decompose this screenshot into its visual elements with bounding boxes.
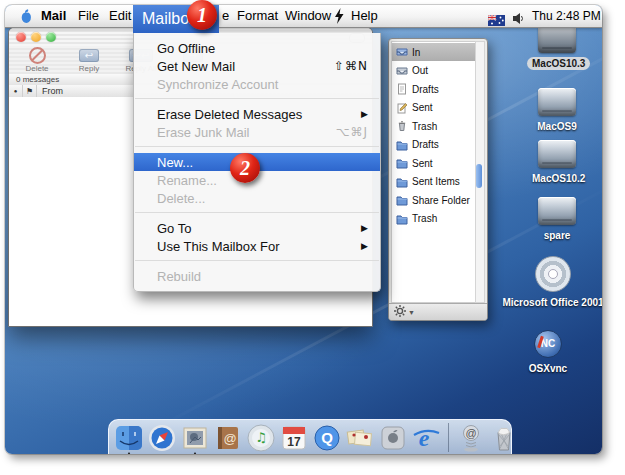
close-button[interactable] — [16, 32, 26, 42]
mailbox-row-out[interactable]: Out — [392, 62, 476, 80]
menu-item-help[interactable]: Help — [351, 5, 378, 27]
lightning-bolt-menu-icon[interactable] — [334, 8, 344, 30]
vnc-app-icon: NC — [534, 330, 562, 358]
mailbox-row-in[interactable]: In — [392, 43, 476, 61]
draft-icon — [396, 83, 408, 95]
svg-text:17: 17 — [287, 435, 301, 449]
mailbox-row-drafts[interactable]: Drafts — [392, 136, 476, 154]
menu-bar-clock[interactable]: Thu 2:48 PM — [532, 5, 601, 27]
mailbox-row-drafts[interactable]: Drafts — [392, 80, 476, 98]
menu-separator — [134, 141, 380, 153]
mailbox-row-sent[interactable]: Sent — [392, 99, 476, 117]
dock-mail-stamp-icon[interactable] — [180, 423, 210, 453]
menu-item-go-offline[interactable]: Go Offline — [134, 39, 380, 57]
mailbox-row-trash[interactable]: Trash — [392, 117, 476, 135]
desktop-icon-macos10.2[interactable]: MacOS10.2 — [527, 140, 587, 186]
mailbox-label: Out — [412, 65, 428, 76]
desktop-icon-label: MacOS10.3 — [527, 57, 590, 70]
dock-ical-icon[interactable]: 17 — [279, 423, 309, 453]
menu-item-erase-deleted-messages[interactable]: Erase Deleted Messages▶ — [134, 105, 380, 123]
menu-item-label: Erase Deleted Messages — [157, 107, 302, 122]
mailbox-row-trash[interactable]: Trash — [392, 210, 476, 228]
hard-drive-icon — [538, 88, 576, 116]
folder-icon — [396, 194, 408, 206]
apple-menu-icon[interactable] — [19, 8, 33, 30]
dock-letters-icon[interactable] — [345, 423, 375, 453]
toolbar-button-label: Reply — [69, 64, 109, 73]
desktop-icon-spare[interactable]: spare — [527, 197, 587, 243]
australian-flag-icon[interactable] — [488, 11, 505, 33]
chevron-down-icon[interactable]: ▼ — [408, 309, 415, 316]
folder-icon — [396, 157, 408, 169]
svg-text:Q: Q — [321, 429, 333, 446]
menu-item-edit[interactable]: Edit — [109, 5, 131, 27]
menu-item-label: Use This Mailbox For — [157, 239, 280, 254]
mailbox-row-sent[interactable]: Sent — [392, 154, 476, 172]
drawer-scroll-thumb[interactable] — [476, 164, 482, 188]
dock-finder-icon[interactable] — [114, 423, 144, 453]
submenu-arrow-icon: ▶ — [361, 223, 368, 233]
hard-drive-icon — [538, 140, 576, 168]
menu-item-label: Delete... — [157, 191, 205, 206]
mailbox-label: In — [412, 47, 420, 58]
delete-button[interactable]: Delete — [17, 48, 57, 73]
menu-item-mail[interactable]: Mail — [41, 5, 66, 27]
menu-item-go-to[interactable]: Go To▶ — [134, 219, 380, 237]
desktop-icon-osxvnc[interactable]: NCOSXvnc — [518, 330, 578, 376]
column-flag-icon[interactable]: ⚑ — [23, 85, 37, 97]
desktop-screen: Mail File Edit Vie e Format Window Help … — [5, 5, 602, 454]
mailbox-label: Sent Items — [412, 176, 460, 187]
menu-item-label: Go To — [157, 221, 191, 236]
mailbox-label: Share Folder — [412, 195, 470, 206]
menu-item-file[interactable]: File — [78, 5, 99, 27]
folder-icon — [396, 139, 408, 151]
desktop-icon-macos9[interactable]: MacOS9 — [527, 88, 587, 134]
menu-item-delete: Delete... — [134, 189, 380, 207]
minimize-button[interactable] — [31, 32, 41, 42]
menu-item-format[interactable]: Format — [237, 5, 278, 27]
svg-text:@: @ — [223, 431, 236, 446]
cd-disc-icon — [535, 256, 571, 292]
dock: @♫17Qe@ — [108, 419, 512, 454]
menu-item-message-clipped[interactable]: e — [222, 5, 229, 27]
mailbox-drawer: InOutDraftsSentTrashDraftsSentSent Items… — [388, 38, 488, 321]
dock-safari-icon[interactable] — [147, 423, 177, 453]
reply-button[interactable]: ↩Reply — [69, 48, 109, 73]
menu-item-shortcut: ⌥⌘J — [336, 125, 368, 139]
desktop-icon-label: MacOS10.2 — [527, 172, 590, 185]
dock-at-sign-icon[interactable]: @ — [456, 423, 486, 453]
dock-internet-explorer-icon[interactable]: e — [411, 423, 441, 453]
mailbox-row-sent-items[interactable]: Sent Items — [392, 173, 476, 191]
dock-quicktime-icon[interactable]: Q — [312, 423, 342, 453]
volume-icon[interactable] — [512, 10, 525, 32]
dock-trash-icon[interactable] — [489, 423, 519, 453]
menu-item-label: Synchronize Account — [157, 77, 278, 92]
mailbox-label: Sent — [412, 102, 433, 113]
tutorial-page: Mail File Edit Vie e Format Window Help … — [0, 0, 625, 475]
dock-system-preferences-icon[interactable] — [378, 423, 408, 453]
menu-item-window[interactable]: Window — [285, 5, 331, 27]
menu-separator — [134, 255, 380, 267]
zoom-button[interactable] — [46, 32, 56, 42]
desktop-icon-label: OSXvnc — [524, 362, 572, 375]
menu-item-label: Rebuild — [157, 269, 201, 284]
drawer-scrollbar[interactable] — [475, 41, 485, 303]
hard-drive-icon — [538, 197, 576, 225]
mailbox-row-share-folder[interactable]: Share Folder — [392, 191, 476, 209]
dock-divider — [448, 423, 449, 452]
menu-item-label: Go Offline — [157, 41, 215, 56]
gear-icon[interactable] — [394, 303, 406, 321]
callout-badge-1: 1 — [187, 0, 217, 30]
desktop-icon-label: spare — [539, 229, 576, 242]
menu-item-use-this-mailbox-for[interactable]: Use This Mailbox For▶ — [134, 237, 380, 255]
menu-item-get-new-mail[interactable]: Get New Mail⇧⌘N — [134, 57, 380, 75]
desktop-icon-macos10.3[interactable]: MacOS10.3 — [527, 25, 587, 71]
svg-text:@: @ — [465, 427, 476, 439]
dock-itunes-icon[interactable]: ♫ — [246, 423, 276, 453]
svg-text:♫: ♫ — [255, 430, 267, 445]
desktop-icon-label: MacOS9 — [532, 120, 581, 133]
outbox-icon — [396, 65, 408, 77]
desktop-icon-microsoft-office-2001[interactable]: Microsoft Office 2001 — [493, 256, 602, 310]
dock-address-book-icon[interactable]: @ — [213, 423, 243, 453]
column-status-dot[interactable]: ● — [9, 85, 23, 97]
